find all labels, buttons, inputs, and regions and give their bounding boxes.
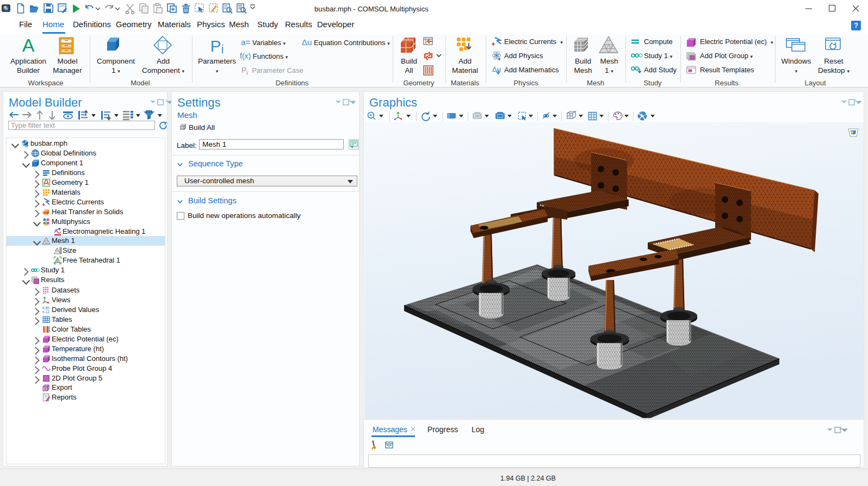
svg-text:A: A <box>22 35 35 55</box>
svg-text:Pi: Pi <box>210 37 224 56</box>
svg-text:8.85: 8.85 <box>42 306 49 310</box>
svg-text:e-12: e-12 <box>42 310 49 314</box>
